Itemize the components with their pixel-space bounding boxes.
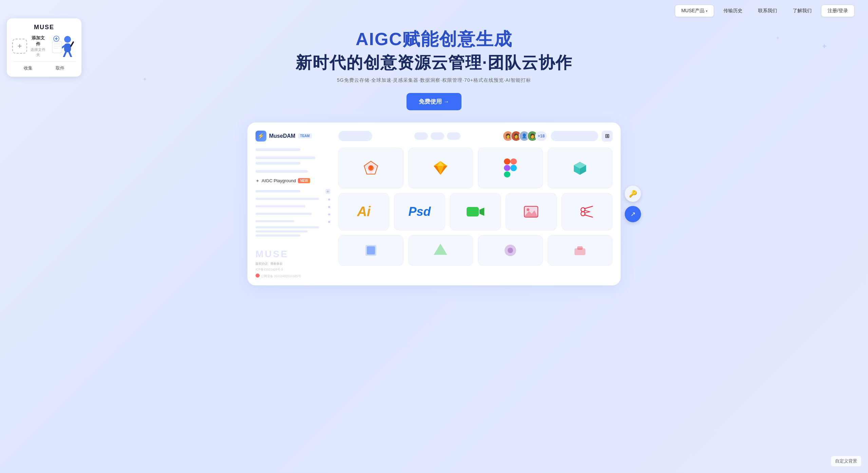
hero-subtitle: 新时代的创意资源云管理·团队云协作 <box>296 53 572 73</box>
view-toggle-button[interactable]: ⊞ <box>602 131 612 141</box>
file-grid-row2: Ai Psd <box>338 193 612 230</box>
filter-pill-2[interactable] <box>431 132 444 140</box>
file-card-3d[interactable] <box>548 148 613 188</box>
skeleton-group-3 <box>256 170 330 173</box>
file-card-bottom-4[interactable] <box>548 235 613 266</box>
file-card-sketch[interactable] <box>338 148 403 188</box>
svg-rect-6 <box>52 41 62 53</box>
3d-box-icon <box>571 159 589 177</box>
customize-background-button[interactable]: 自定义背景 <box>831 456 861 466</box>
file-card-image[interactable] <box>506 193 556 230</box>
star-decoration-2: ✦ <box>776 35 780 41</box>
svg-line-40 <box>584 215 592 217</box>
file-card-sketch2[interactable] <box>408 148 473 188</box>
image-icon <box>524 204 539 219</box>
beian-icon <box>256 273 260 278</box>
footer-link-trademark[interactable]: 商标条款 <box>270 262 283 266</box>
svg-rect-44 <box>367 246 375 254</box>
folder-row-3[interactable] <box>256 211 330 217</box>
file-card-vector[interactable] <box>562 193 612 230</box>
dashboard: ⚡ MuseDAM TEAM ✦ AIGC Playground NEW <box>247 122 621 285</box>
file-card-figma[interactable] <box>478 148 543 188</box>
skeleton-group-2 <box>256 156 330 165</box>
skeleton-line <box>256 162 300 165</box>
new-badge: NEW <box>298 178 310 183</box>
sidebar-card-title: MUSE <box>12 24 76 31</box>
add-file-button[interactable]: + <box>12 39 27 54</box>
muse-product-label: MUSE产品 <box>681 8 704 14</box>
aigc-icon: ✦ <box>256 178 260 184</box>
avatar-count: +18 <box>535 131 547 141</box>
top-bar: 👩 👩 👤 👩 +18 ⊞ <box>338 131 612 141</box>
transfer-history-label: 传输历史 <box>723 8 742 14</box>
skeleton-line <box>256 170 308 173</box>
svg-rect-23 <box>504 165 510 171</box>
share-button[interactable]: ↗ <box>625 206 641 222</box>
bottom-icon-1 <box>363 243 378 258</box>
file-grid-row3 <box>338 235 612 266</box>
muse-watermark: MUSE <box>256 249 323 260</box>
collect-label[interactable]: 收集 <box>24 65 33 71</box>
svg-point-25 <box>510 165 517 171</box>
bottom-icon-4 <box>572 243 587 258</box>
register-login-button[interactable]: 注册/登录 <box>821 5 854 17</box>
svg-point-34 <box>527 208 529 211</box>
muse-product-button[interactable]: MUSE产品 ▾ <box>675 5 714 17</box>
folder-row-4[interactable] <box>256 219 330 225</box>
svg-marker-45 <box>434 244 447 254</box>
file-card-bottom-2[interactable] <box>408 235 473 266</box>
svg-rect-22 <box>510 158 517 165</box>
star-decoration-3: ✦ <box>143 76 147 82</box>
file-card-video[interactable] <box>450 193 501 230</box>
footer-icp: ICP备15021428号-5 <box>256 267 323 272</box>
footer-link-copyright[interactable]: 版权协议 <box>256 262 268 266</box>
svg-rect-1 <box>64 43 71 52</box>
skeleton-line <box>256 148 300 151</box>
filter-pill-3[interactable] <box>447 132 460 140</box>
hero-features: 5G免费云存储·全球加速·灵感采集器·数据洞察·权限管理·70+格式在线预览·A… <box>337 77 531 83</box>
add-file-label: 添加文件 <box>31 35 45 47</box>
skeleton-line <box>256 156 315 159</box>
aigc-playground-row[interactable]: ✦ AIGC Playground NEW <box>256 178 330 184</box>
filter-pills <box>414 132 460 140</box>
svg-line-39 <box>584 206 592 209</box>
svg-point-47 <box>508 248 513 253</box>
brand-row: ⚡ MuseDAM TEAM <box>256 131 330 141</box>
dashboard-wrapper: ⚡ MuseDAM TEAM ✦ AIGC Playground NEW <box>0 122 868 285</box>
vector-icon <box>580 204 595 219</box>
folder-row-2[interactable] <box>256 204 330 210</box>
svg-rect-24 <box>504 171 510 177</box>
float-buttons: 🔑 ↗ <box>625 186 641 222</box>
beian-row: 公网安备 31010402010185号 <box>256 273 323 279</box>
about-us-button[interactable]: 了解我们 <box>787 5 818 17</box>
hero-section: MUSE + 添加文件 选择文件夹 <box>0 22 868 122</box>
figma-logo-icon <box>504 158 517 177</box>
free-use-button[interactable]: 免费使用 → <box>407 93 461 110</box>
register-login-label: 注册/登录 <box>828 8 848 14</box>
sidebar-card-top: + 添加文件 选择文件夹 <box>12 35 76 57</box>
contact-us-button[interactable]: 联系我们 <box>752 5 783 17</box>
svg-marker-32 <box>479 208 484 216</box>
file-card-bottom-1[interactable] <box>338 235 403 266</box>
chevron-down-icon: ▾ <box>706 9 707 13</box>
folder-row-1[interactable] <box>256 196 330 203</box>
right-controls: 👩 👩 👤 👩 +18 ⊞ <box>503 131 612 141</box>
file-card-bottom-3[interactable] <box>478 235 543 266</box>
transfer-history-button[interactable]: 传输历史 <box>717 5 749 17</box>
svg-line-41 <box>584 210 590 212</box>
video-icon <box>467 206 484 218</box>
person-illustration-icon <box>49 35 76 57</box>
navbar: MUSE产品 ▾ 传输历史 联系我们 了解我们 注册/登录 <box>0 0 868 22</box>
skeleton-group-1 <box>256 148 330 151</box>
search-bar[interactable] <box>338 131 372 141</box>
aigc-label: AIGC Playground <box>262 178 296 183</box>
pickup-label[interactable]: 取件 <box>56 65 64 71</box>
folder-section: + <box>256 189 330 236</box>
hero-title: AIGC赋能创意生成 <box>356 29 512 50</box>
filter-pill-1[interactable] <box>414 132 428 140</box>
search-right[interactable] <box>551 131 598 141</box>
svg-rect-31 <box>467 207 479 216</box>
file-card-ai[interactable]: Ai <box>338 193 389 230</box>
file-card-psd[interactable]: Psd <box>394 193 445 230</box>
key-button[interactable]: 🔑 <box>625 186 641 202</box>
